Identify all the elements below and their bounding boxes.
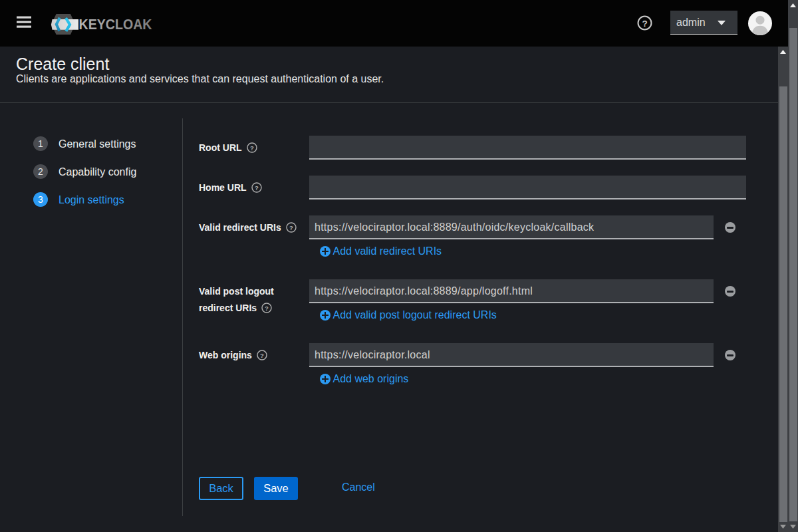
svg-text:?: ? bbox=[250, 144, 254, 152]
svg-text:?: ? bbox=[255, 184, 259, 192]
svg-text:?: ? bbox=[642, 19, 647, 29]
svg-text:?: ? bbox=[260, 352, 264, 359]
svg-text:?: ? bbox=[265, 305, 269, 312]
svg-text:KEYCLOAK: KEYCLOAK bbox=[79, 16, 152, 33]
svg-text:?: ? bbox=[289, 224, 293, 231]
